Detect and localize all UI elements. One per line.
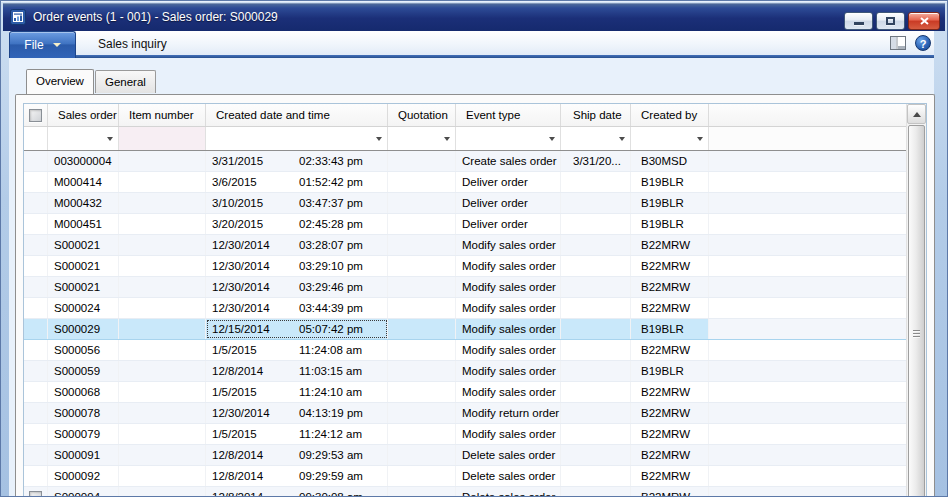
- cell-created-by[interactable]: B19BLR: [631, 319, 709, 339]
- cell-sales-order[interactable]: M000451: [48, 214, 119, 234]
- cell-event-type[interactable]: Modify sales order: [456, 340, 561, 360]
- cell-created-date-time[interactable]: 1/5/201511:24:12 am: [206, 424, 388, 444]
- restore-button[interactable]: [876, 12, 905, 30]
- filter-created-date-time[interactable]: [206, 127, 388, 150]
- cell-created-by[interactable]: B22MRW: [631, 487, 709, 497]
- cell-item-number[interactable]: [119, 256, 206, 276]
- cell-ship-date[interactable]: [561, 256, 631, 276]
- cell-ship-date[interactable]: [561, 214, 631, 234]
- column-header-sales-order[interactable]: Sales order: [48, 104, 119, 126]
- cell-created-by[interactable]: B22MRW: [631, 256, 709, 276]
- cell-filler[interactable]: [709, 340, 906, 360]
- cell-event-type[interactable]: Modify sales order: [456, 298, 561, 318]
- row-select-cell[interactable]: [24, 445, 48, 465]
- select-all-cell[interactable]: [24, 104, 48, 126]
- layout-panes-icon[interactable]: [890, 36, 906, 50]
- cell-ship-date[interactable]: 3/31/20...: [561, 151, 631, 171]
- cell-item-number[interactable]: [119, 235, 206, 255]
- cell-created-by[interactable]: B19BLR: [631, 361, 709, 381]
- cell-quotation[interactable]: [388, 277, 456, 297]
- cell-created-by[interactable]: B22MRW: [631, 445, 709, 465]
- cell-created-by[interactable]: B19BLR: [631, 214, 709, 234]
- cell-event-type[interactable]: Modify sales order: [456, 277, 561, 297]
- cell-event-type[interactable]: Modify return order: [456, 403, 561, 423]
- cell-created-date-time[interactable]: 12/30/201403:44:39 pm: [206, 298, 388, 318]
- cell-ship-date[interactable]: [561, 298, 631, 318]
- cell-event-type[interactable]: Delete sales order: [456, 445, 561, 465]
- cell-created-by[interactable]: B19BLR: [631, 172, 709, 192]
- table-row[interactable]: M0004143/6/201501:52:42 pmDeliver orderB…: [24, 172, 906, 193]
- cell-created-by[interactable]: B22MRW: [631, 277, 709, 297]
- cell-ship-date[interactable]: [561, 193, 631, 213]
- cell-sales-order[interactable]: M000414: [48, 172, 119, 192]
- cell-item-number[interactable]: [119, 361, 206, 381]
- cell-created-by[interactable]: B22MRW: [631, 466, 709, 486]
- row-select-cell[interactable]: [24, 151, 48, 171]
- cell-item-number[interactable]: [119, 403, 206, 423]
- cell-item-number[interactable]: [119, 214, 206, 234]
- filter-ship-date[interactable]: [561, 127, 631, 150]
- table-row[interactable]: S0000561/5/201511:24:08 amModify sales o…: [24, 340, 906, 361]
- cell-ship-date[interactable]: [561, 340, 631, 360]
- help-icon[interactable]: ?: [915, 35, 931, 51]
- row-select-cell[interactable]: [24, 403, 48, 423]
- filter-dropdown-icon[interactable]: [549, 137, 555, 141]
- cell-quotation[interactable]: [388, 319, 456, 339]
- cell-created-date-time[interactable]: 3/10/201503:47:37 pm: [206, 193, 388, 213]
- cell-filler[interactable]: [709, 424, 906, 444]
- table-row[interactable]: S0000791/5/201511:24:12 amModify sales o…: [24, 424, 906, 445]
- cell-created-date-time[interactable]: 3/6/201501:52:42 pm: [206, 172, 388, 192]
- cell-quotation[interactable]: [388, 235, 456, 255]
- filter-event-type[interactable]: [456, 127, 561, 150]
- row-select-cell[interactable]: [24, 340, 48, 360]
- row-select-cell[interactable]: [24, 487, 48, 497]
- column-header-created-date[interactable]: Created date and time: [206, 104, 388, 126]
- cell-event-type[interactable]: Modify sales order: [456, 256, 561, 276]
- row-select-cell[interactable]: [24, 466, 48, 486]
- file-menu-button[interactable]: File: [9, 31, 76, 58]
- cell-item-number[interactable]: [119, 382, 206, 402]
- table-row[interactable]: S00009112/8/201409:29:53 amDelete sales …: [24, 445, 906, 466]
- table-row[interactable]: S00002912/15/201405:07:42 pmModify sales…: [24, 319, 906, 340]
- cell-event-type[interactable]: Deliver order: [456, 172, 561, 192]
- filter-dropdown-icon[interactable]: [107, 137, 113, 141]
- cell-item-number[interactable]: [119, 151, 206, 171]
- row-select-cell[interactable]: [24, 256, 48, 276]
- scroll-up-button[interactable]: [907, 104, 926, 124]
- cell-sales-order[interactable]: S000021: [48, 235, 119, 255]
- cell-ship-date[interactable]: [561, 445, 631, 465]
- filter-created-by[interactable]: [631, 127, 709, 150]
- row-select-cell[interactable]: [24, 319, 48, 339]
- cell-filler[interactable]: [709, 403, 906, 423]
- cell-quotation[interactable]: [388, 298, 456, 318]
- column-header-quotation[interactable]: Quotation: [388, 104, 456, 126]
- select-all-checkbox[interactable]: [29, 109, 42, 122]
- cell-created-by[interactable]: B30MSD: [631, 151, 709, 171]
- cell-filler[interactable]: [709, 172, 906, 192]
- cell-sales-order[interactable]: S000079: [48, 424, 119, 444]
- cell-created-by[interactable]: B22MRW: [631, 235, 709, 255]
- column-header-event-type[interactable]: Event type: [456, 104, 561, 126]
- row-select-cell[interactable]: [24, 214, 48, 234]
- cell-quotation[interactable]: [388, 466, 456, 486]
- cell-filler[interactable]: [709, 151, 906, 171]
- cell-created-date-time[interactable]: 12/30/201403:29:10 pm: [206, 256, 388, 276]
- cell-quotation[interactable]: [388, 151, 456, 171]
- cell-created-by[interactable]: B19BLR: [631, 193, 709, 213]
- cell-sales-order[interactable]: 003000004: [48, 151, 119, 171]
- table-row[interactable]: S0000681/5/201511:24:10 amModify sales o…: [24, 382, 906, 403]
- title-bar[interactable]: Order events (1 - 001) - Sales order: S0…: [3, 3, 945, 31]
- row-select-cell[interactable]: [24, 235, 48, 255]
- cell-quotation[interactable]: [388, 361, 456, 381]
- filter-dropdown-icon[interactable]: [697, 137, 703, 141]
- cell-ship-date[interactable]: [561, 361, 631, 381]
- cell-filler[interactable]: [709, 256, 906, 276]
- cell-event-type[interactable]: Create sales order: [456, 151, 561, 171]
- cell-item-number[interactable]: [119, 319, 206, 339]
- row-select-cell[interactable]: [24, 424, 48, 444]
- menu-item-sales-inquiry[interactable]: Sales inquiry: [88, 33, 177, 55]
- cell-sales-order[interactable]: S000094: [48, 487, 119, 497]
- cell-event-type[interactable]: Deliver order: [456, 214, 561, 234]
- table-row[interactable]: M0004323/10/201503:47:37 pmDeliver order…: [24, 193, 906, 214]
- cell-ship-date[interactable]: [561, 487, 631, 497]
